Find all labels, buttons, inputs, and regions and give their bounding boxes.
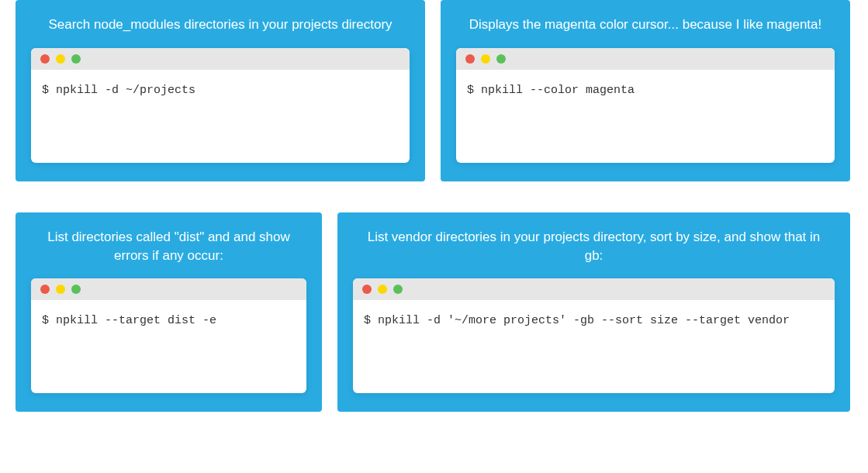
examples-container: Search node_modules directories in your … xyxy=(0,0,868,412)
terminal-window: $ npkill --color magenta xyxy=(456,48,835,163)
card-title: Displays the magenta color cursor... bec… xyxy=(456,16,835,34)
terminal-command: $ npkill --color magenta xyxy=(456,70,835,163)
terminal-header xyxy=(31,48,410,70)
terminal-window: $ npkill --target dist -e xyxy=(31,278,306,393)
example-card-projects: Search node_modules directories in your … xyxy=(16,0,425,181)
terminal-header xyxy=(353,278,835,300)
terminal-header xyxy=(456,48,835,70)
card-title: List vendor directories in your projects… xyxy=(353,228,835,265)
card-title: List directories called "dist" and and s… xyxy=(31,228,306,265)
close-icon xyxy=(362,285,372,294)
minimize-icon xyxy=(378,285,387,294)
example-card-vendor: List vendor directories in your projects… xyxy=(337,212,850,413)
maximize-icon xyxy=(496,54,506,64)
minimize-icon xyxy=(56,285,65,294)
terminal-window: $ npkill -d ~/projects xyxy=(31,48,410,163)
card-title: Search node_modules directories in your … xyxy=(31,16,410,34)
row-1: Search node_modules directories in your … xyxy=(16,0,852,181)
example-card-magenta: Displays the magenta color cursor... bec… xyxy=(441,0,850,181)
terminal-header xyxy=(31,278,306,300)
maximize-icon xyxy=(71,285,81,294)
minimize-icon xyxy=(56,54,65,64)
maximize-icon xyxy=(71,54,81,64)
terminal-command: $ npkill --target dist -e xyxy=(31,300,306,393)
example-card-dist: List directories called "dist" and and s… xyxy=(16,212,322,413)
row-2: List directories called "dist" and and s… xyxy=(16,212,852,413)
minimize-icon xyxy=(481,54,490,64)
terminal-command: $ npkill -d ~/projects xyxy=(31,70,410,163)
terminal-command: $ npkill -d '~/more projects' -gb --sort… xyxy=(353,300,835,393)
close-icon xyxy=(40,285,50,294)
close-icon xyxy=(40,54,50,64)
close-icon xyxy=(465,54,475,64)
terminal-window: $ npkill -d '~/more projects' -gb --sort… xyxy=(353,278,835,393)
maximize-icon xyxy=(393,285,403,294)
